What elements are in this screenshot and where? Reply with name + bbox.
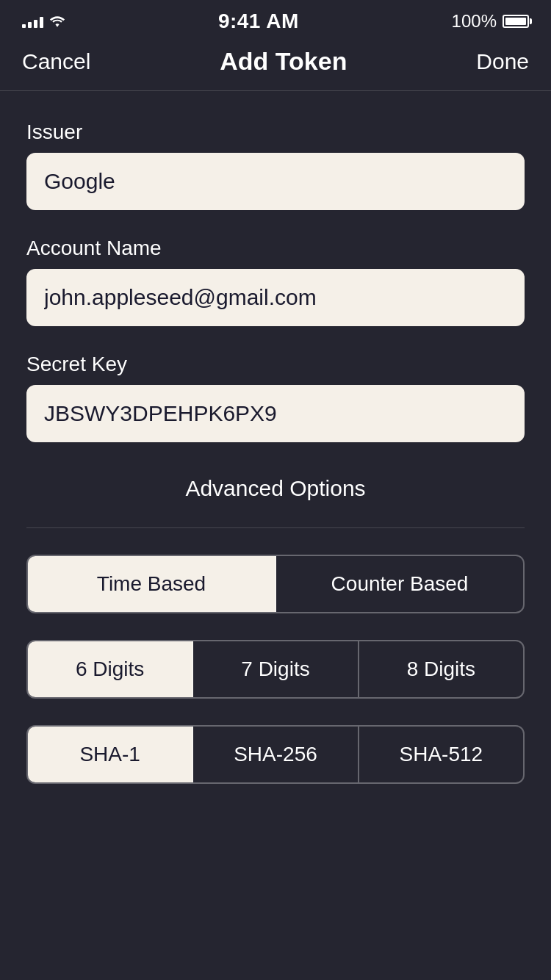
- cancel-button[interactable]: Cancel: [22, 49, 90, 74]
- signal-icon: [22, 15, 43, 28]
- token-type-selector: Time Based Counter Based: [26, 555, 525, 613]
- battery-percent: 100%: [452, 11, 497, 32]
- done-button[interactable]: Done: [476, 49, 529, 74]
- battery-icon: [503, 15, 529, 28]
- token-type-time-based[interactable]: Time Based: [28, 556, 276, 612]
- digits-6[interactable]: 6 Digits: [28, 641, 193, 697]
- algorithm-selector: SHA-1 SHA-256 SHA-512: [26, 725, 525, 784]
- advanced-options-title: Advanced Options: [26, 476, 525, 501]
- token-type-counter-based[interactable]: Counter Based: [276, 556, 523, 612]
- status-left: [22, 15, 65, 28]
- issuer-label: Issuer: [26, 120, 525, 144]
- form-container: Issuer Account Name Secret Key Advanced …: [0, 91, 551, 840]
- wifi-icon: [49, 15, 65, 27]
- digits-selector: 6 Digits 7 Digits 8 Digits: [26, 640, 525, 699]
- status-time: 9:41 AM: [218, 10, 299, 33]
- algo-sha1[interactable]: SHA-1: [28, 727, 193, 782]
- nav-bar: Cancel Add Token Done: [0, 40, 551, 91]
- issuer-input[interactable]: [26, 153, 525, 210]
- status-bar: 9:41 AM 100%: [0, 0, 551, 40]
- status-right: 100%: [452, 11, 529, 32]
- algo-sha256[interactable]: SHA-256: [193, 727, 359, 782]
- secret-input[interactable]: [26, 385, 525, 442]
- account-input[interactable]: [26, 269, 525, 326]
- algo-sha512[interactable]: SHA-512: [359, 727, 523, 782]
- divider-1: [26, 527, 525, 528]
- digits-7[interactable]: 7 Digits: [193, 641, 359, 697]
- page-title: Add Token: [220, 47, 347, 76]
- secret-label: Secret Key: [26, 353, 525, 376]
- account-label: Account Name: [26, 237, 525, 260]
- digits-8[interactable]: 8 Digits: [359, 641, 523, 697]
